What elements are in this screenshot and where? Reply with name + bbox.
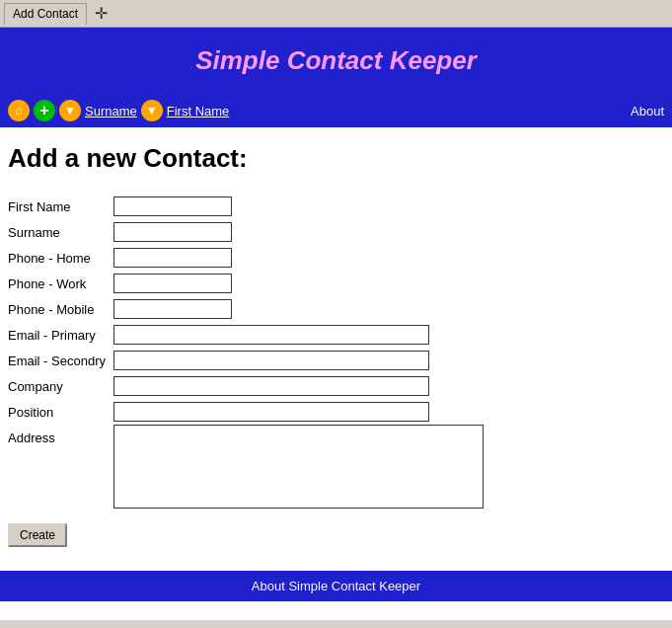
first-name-input[interactable] [113, 196, 232, 216]
app-header: Simple Contact Keeper [0, 28, 672, 94]
phone-work-field [113, 271, 484, 296]
app-footer: About Simple Contact Keeper [0, 571, 672, 601]
navbar: ⌂ + ▼ Surname ▼ First Name About [0, 94, 672, 127]
firstname-nav-link[interactable]: First Name [167, 104, 230, 118]
form-table: First Name Surname Phone - Home [8, 194, 484, 511]
position-field [113, 399, 484, 425]
create-button[interactable]: Create [8, 523, 67, 547]
table-row: Email - Secondry [8, 348, 484, 373]
table-row: First Name [8, 194, 484, 219]
main-content: Add a new Contact: First Name Surname [0, 127, 672, 563]
table-row: Email - Primary [8, 322, 484, 348]
home-icon[interactable]: ⌂ [8, 100, 30, 121]
page-wrapper: Simple Contact Keeper ⌂ + ▼ Surname ▼ Fi… [0, 28, 672, 620]
address-label: Address [8, 425, 113, 511]
company-input[interactable] [113, 376, 429, 396]
email-primary-label: Email - Primary [8, 322, 113, 348]
table-row: Surname [8, 219, 484, 245]
email-secondary-field [113, 348, 484, 373]
phone-home-label: Phone - Home [8, 245, 113, 271]
surname-input[interactable] [113, 222, 232, 242]
phone-work-input[interactable] [113, 274, 232, 293]
address-field [113, 425, 484, 511]
table-row: Phone - Mobile [8, 296, 484, 322]
email-primary-field [113, 322, 484, 348]
company-field [113, 373, 484, 399]
phone-work-label: Phone - Work [8, 271, 113, 296]
surname-field [113, 219, 484, 245]
phone-mobile-label: Phone - Mobile [8, 296, 113, 322]
phone-home-input[interactable] [113, 248, 232, 268]
tab-label: Add Contact [13, 7, 78, 21]
surname-nav-link[interactable]: Surname [85, 104, 137, 118]
email-secondary-input[interactable] [113, 351, 429, 370]
sort-down-icon-1[interactable]: ▼ [59, 100, 81, 121]
first-name-field [113, 194, 484, 219]
create-button-wrapper: Create [8, 511, 664, 547]
position-label: Position [8, 399, 113, 425]
table-row: Phone - Work [8, 271, 484, 296]
table-row: Position [8, 399, 484, 425]
footer-text: About Simple Contact Keeper [252, 579, 420, 593]
email-primary-input[interactable] [113, 325, 429, 345]
address-textarea[interactable] [113, 425, 484, 509]
table-row: Address [8, 425, 484, 511]
browser-tab[interactable]: Add Contact [4, 3, 87, 25]
sort-down-icon-2[interactable]: ▼ [141, 100, 163, 121]
position-input[interactable] [113, 402, 429, 422]
add-contact-icon[interactable]: + [34, 100, 55, 121]
new-tab-button[interactable]: ✛ [91, 4, 112, 23]
table-row: Company [8, 373, 484, 399]
about-nav-link[interactable]: About [631, 104, 664, 118]
email-secondary-label: Email - Secondry [8, 348, 113, 373]
phone-mobile-input[interactable] [113, 299, 232, 319]
table-row: Phone - Home [8, 245, 484, 271]
page-heading: Add a new Contact: [8, 143, 664, 174]
add-contact-form: First Name Surname Phone - Home [8, 194, 664, 547]
phone-home-field [113, 245, 484, 271]
company-label: Company [8, 373, 113, 399]
app-title: Simple Contact Keeper [195, 45, 477, 75]
phone-mobile-field [113, 296, 484, 322]
first-name-label: First Name [8, 194, 113, 219]
browser-chrome: Add Contact ✛ [0, 0, 672, 28]
surname-label: Surname [8, 219, 113, 245]
